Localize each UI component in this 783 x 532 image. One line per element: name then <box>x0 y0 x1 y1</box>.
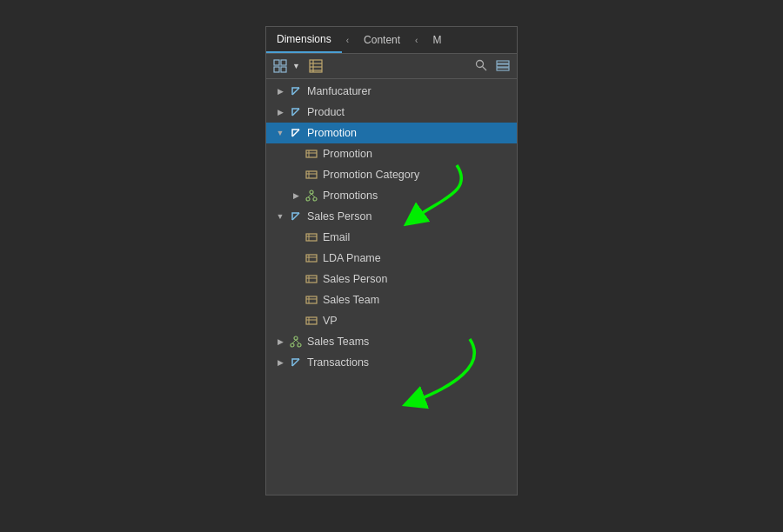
tab-bar: Dimensions ‹ Content ‹ M <box>266 27 517 54</box>
tab-dimensions-chevron[interactable]: ‹ <box>342 30 353 51</box>
label-promotion-field: Promotion <box>323 148 372 160</box>
expand-icon-lda-pname <box>291 253 301 263</box>
label-manufacturer: Manfucaturer <box>307 85 371 97</box>
label-promotion-category: Promotion Category <box>323 169 419 181</box>
label-sales-person: Sales Person <box>307 210 371 223</box>
expand-icon-promotions: ▶ <box>291 190 301 201</box>
tree-item-promotion-field[interactable]: Promotion <box>266 143 517 164</box>
tab-dimensions[interactable]: Dimensions <box>266 27 342 53</box>
dimension-icon-promotion <box>289 126 303 140</box>
svg-rect-13 <box>497 68 509 70</box>
svg-rect-0 <box>274 60 279 65</box>
label-promotion: Promotion <box>307 127 357 139</box>
expand-icon-sales-person: ▼ <box>275 211 285 222</box>
field-icon-sales-team <box>304 293 318 307</box>
dimensions-panel: Dimensions ‹ Content ‹ M ▼ <box>265 26 518 495</box>
tree-item-sales-team[interactable]: Sales Team <box>266 289 517 310</box>
toolbar: ▼ <box>266 54 517 79</box>
svg-point-9 <box>477 60 484 67</box>
label-sales-team: Sales Team <box>323 294 379 306</box>
toolbar-dropdown-arrow[interactable]: ▼ <box>292 62 300 70</box>
expand-icon-sales-person-field <box>291 274 301 284</box>
svg-rect-11 <box>497 61 509 63</box>
tree-content: ▶ Manfucaturer ▶ Produ <box>266 79 517 495</box>
tree-item-lda-pname[interactable]: LDA Pname <box>266 248 517 269</box>
svg-line-15 <box>292 109 299 116</box>
svg-line-16 <box>292 130 299 136</box>
hierarchy-icon-sales-teams <box>289 335 303 349</box>
tree-item-promotion-category[interactable]: Promotion Category <box>266 164 517 185</box>
dimension-icon-manufacturer <box>289 84 303 98</box>
field-icon-lda-pname <box>304 251 318 265</box>
svg-rect-32 <box>306 255 317 262</box>
panel-container: Dimensions ‹ Content ‹ M ▼ <box>265 26 518 495</box>
tree-item-vp[interactable]: VP <box>266 310 517 331</box>
tree-item-product[interactable]: ▶ Product <box>266 102 517 123</box>
svg-rect-1 <box>281 60 286 65</box>
tree-item-email[interactable]: Email <box>266 227 517 248</box>
tree-item-promotion[interactable]: ▼ Promotion <box>266 123 517 143</box>
svg-point-45 <box>291 343 294 347</box>
grid-icon[interactable] <box>271 57 289 75</box>
tree-item-manufacturer[interactable]: ▶ Manfucaturer <box>266 81 517 102</box>
tab-content[interactable]: Content <box>353 28 411 52</box>
svg-rect-2 <box>274 67 279 72</box>
field-icon-sales-person-field <box>304 272 318 286</box>
svg-rect-29 <box>306 234 317 241</box>
svg-rect-20 <box>306 171 317 178</box>
svg-point-23 <box>310 190 313 194</box>
svg-point-24 <box>306 197 310 201</box>
expand-icon-sales-teams: ▶ <box>275 336 285 347</box>
tab-m[interactable]: M <box>422 28 452 52</box>
expand-icon-promotion-field <box>291 149 301 159</box>
dimension-icon-sales-person <box>289 209 303 223</box>
svg-rect-38 <box>306 296 317 303</box>
svg-line-14 <box>292 88 299 95</box>
field-icon-promotion-category <box>304 168 318 182</box>
tab-dimensions-label: Dimensions <box>277 33 331 45</box>
expand-icon-product: ▶ <box>275 107 285 117</box>
expand-icon-promotion: ▼ <box>275 128 285 138</box>
table-icon[interactable] <box>307 57 325 75</box>
tree-item-promotions[interactable]: ▶ Promotions <box>266 185 517 206</box>
tab-content-label: Content <box>364 34 400 46</box>
tree-item-sales-person[interactable]: ▼ Sales Person <box>266 206 517 227</box>
svg-line-47 <box>292 340 296 343</box>
expand-icon-email <box>291 232 301 243</box>
label-transactions: Transactions <box>307 356 369 369</box>
tree-item-sales-teams[interactable]: ▶ Sales Teams <box>266 331 517 352</box>
field-icon-vp <box>304 314 318 328</box>
expand-icon-vp <box>291 316 301 326</box>
field-icon-email <box>304 230 318 244</box>
svg-point-46 <box>298 343 301 347</box>
tree-item-transactions[interactable]: ▶ Transactions <box>266 352 517 373</box>
svg-line-10 <box>483 66 487 70</box>
tab-m-label: M <box>432 34 441 46</box>
expand-icon-transactions: ▶ <box>275 357 285 368</box>
tree-item-sales-person-field[interactable]: Sales Person <box>266 269 517 289</box>
search-icon[interactable] <box>475 59 487 74</box>
dimension-icon-product <box>289 105 303 119</box>
label-promotions: Promotions <box>323 190 378 202</box>
svg-line-26 <box>308 194 311 197</box>
label-sales-teams: Sales Teams <box>307 336 369 348</box>
svg-line-49 <box>292 359 299 366</box>
svg-rect-12 <box>497 64 509 67</box>
label-sales-person-field: Sales Person <box>323 273 387 285</box>
svg-line-28 <box>292 213 299 220</box>
list-icon[interactable] <box>494 57 512 75</box>
hierarchy-icon-promotions <box>304 189 318 203</box>
label-email: Email <box>323 231 350 243</box>
svg-point-44 <box>294 336 298 340</box>
label-vp: VP <box>323 315 338 327</box>
svg-point-25 <box>313 197 317 201</box>
svg-line-27 <box>311 194 315 197</box>
dimension-icon-transactions <box>289 356 303 369</box>
expand-icon-manufacturer: ▶ <box>275 86 285 96</box>
svg-rect-17 <box>306 150 317 157</box>
svg-rect-35 <box>306 276 317 283</box>
svg-rect-3 <box>281 67 286 72</box>
expand-icon-promotion-category <box>291 170 301 180</box>
tab-content-chevron[interactable]: ‹ <box>411 30 422 51</box>
svg-line-48 <box>296 340 299 343</box>
